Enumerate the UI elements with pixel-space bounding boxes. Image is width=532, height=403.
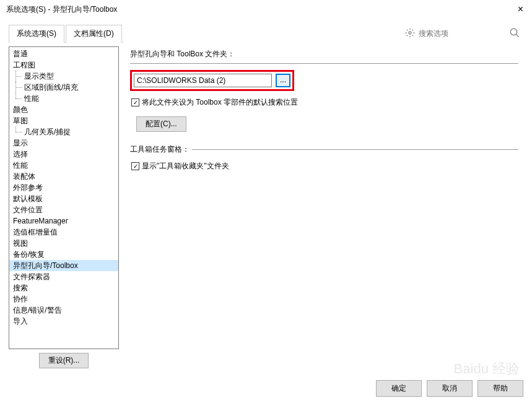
svg-line-2	[516, 34, 519, 37]
tree-item[interactable]: 异型孔向导/Toolbox	[9, 260, 118, 271]
ok-button[interactable]: 确定	[376, 380, 422, 397]
search-options	[402, 25, 523, 42]
configure-button[interactable]: 配置(C)...	[136, 116, 186, 132]
search-input[interactable]	[419, 29, 505, 38]
show-favorites-label: 显示"工具箱收藏夹"文件夹	[142, 161, 229, 171]
options-tree[interactable]: 普通工程图显示类型区域剖面线/填充性能颜色草图几何关系/捕捉显示选择性能装配体外…	[9, 46, 119, 349]
toolbox-folder-input[interactable]	[134, 74, 272, 87]
default-search-label: 将此文件夹设为 Toolbox 零部件的默认搜索位置	[142, 97, 298, 108]
tree-item[interactable]: 普通	[9, 48, 118, 59]
window-title: 系统选项(S) - 异型孔向导/Toolbox	[6, 4, 117, 15]
tree-item[interactable]: 几何关系/捕捉	[9, 126, 118, 137]
tree-item[interactable]: 导入	[9, 316, 118, 327]
tree-item[interactable]: 协作	[9, 293, 118, 305]
help-button[interactable]: 帮助	[477, 380, 523, 397]
tab-document-properties[interactable]: 文档属性(D)	[66, 25, 122, 43]
gear-icon[interactable]	[405, 28, 415, 40]
tree-item[interactable]: 备份/恢复	[9, 249, 118, 260]
tree-item[interactable]: 装配体	[9, 171, 118, 182]
tree-item[interactable]: 文件位置	[9, 204, 118, 215]
tree-item[interactable]: 默认模板	[9, 193, 118, 204]
tree-item[interactable]: 颜色	[9, 104, 118, 115]
tree-item[interactable]: 区域剖面线/填充	[9, 82, 118, 93]
tree-item[interactable]: 外部参考	[9, 182, 118, 193]
tree-item[interactable]: 显示类型	[9, 71, 118, 82]
tree-item[interactable]: 工程图	[9, 59, 118, 71]
tree-item[interactable]: 文件探索器	[9, 271, 118, 282]
show-favorites-checkbox[interactable]: ✓	[131, 162, 139, 170]
tree-item[interactable]: 信息/错误/警告	[9, 305, 118, 316]
tree-item[interactable]: 草图	[9, 115, 118, 126]
browse-button[interactable]: ...	[276, 74, 290, 87]
search-icon[interactable]	[509, 27, 520, 40]
reset-button[interactable]: 重设(R)...	[39, 353, 89, 368]
tree-item[interactable]: 搜索	[9, 282, 118, 293]
taskpane-group-label: 工具箱任务窗格：	[130, 144, 192, 155]
folder-path-highlighted: ...	[130, 70, 294, 91]
tree-item[interactable]: 选值框增量值	[9, 227, 118, 238]
tree-item[interactable]: 显示	[9, 137, 118, 149]
tree-item[interactable]: 选择	[9, 149, 118, 160]
tree-item[interactable]: 性能	[9, 160, 118, 171]
tree-item[interactable]: FeatureManager	[9, 215, 118, 227]
default-search-checkbox[interactable]: ✓	[131, 98, 139, 106]
tab-bar: 系统选项(S) 文档属性(D)	[9, 24, 123, 43]
svg-point-0	[409, 32, 411, 34]
cancel-button[interactable]: 取消	[427, 380, 473, 397]
tree-item[interactable]: 视图	[9, 238, 118, 249]
folder-group-label: 异型孔向导和 ToolBox 文件夹：	[130, 49, 518, 59]
dialog-footer: 确定 取消 帮助	[376, 380, 523, 397]
options-content: 异型孔向导和 ToolBox 文件夹： ... ✓ 将此文件夹设为 Toolbo…	[125, 46, 523, 372]
svg-point-1	[510, 28, 517, 35]
close-button[interactable]: ×	[515, 4, 526, 15]
tree-item[interactable]: 性能	[9, 93, 118, 104]
tab-system-options[interactable]: 系统选项(S)	[9, 25, 64, 43]
